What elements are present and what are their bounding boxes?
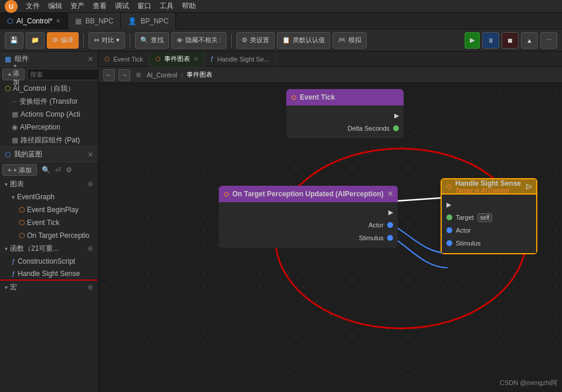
toolbar: 💾 📁 ⚙编译 ⇔对比 ▾ 🔍查找 👁隐藏不相关 : ⚙类设置 📋类默认认值 🎮… bbox=[0, 29, 562, 52]
menu-tools[interactable]: 工具 bbox=[156, 0, 177, 12]
class-defaults-button[interactable]: 📋类默认认值 bbox=[277, 32, 330, 49]
app-logo: U bbox=[5, 0, 18, 13]
find-button[interactable]: 🔍查找 bbox=[135, 32, 169, 49]
close-icon[interactable]: ✕ bbox=[56, 18, 60, 24]
stop-button[interactable]: ⏹ bbox=[502, 32, 519, 49]
left-panel: ▦ 组件 ✕ + + 添加 🔍 ⬡ AI_Control（自我） ↔ 变换组件 … bbox=[0, 52, 99, 392]
settings-icon[interactable]: ⚙ bbox=[66, 166, 72, 174]
component-path[interactable]: ▦ 路径跟踪组件 (Pat) bbox=[0, 134, 98, 146]
add-function-icon[interactable]: ⊕ bbox=[87, 244, 93, 253]
components-toolbar: + + 添加 🔍 bbox=[0, 67, 98, 82]
close-node-icon[interactable]: ✕ bbox=[387, 190, 393, 198]
tab-event-graph[interactable]: ⬡ 事件图表 ✕ bbox=[150, 52, 205, 67]
close-icon[interactable]: ✕ bbox=[87, 55, 93, 63]
component-transform[interactable]: ↔ 变换组件 (Transfor bbox=[0, 95, 98, 108]
target-label: Target bbox=[456, 214, 474, 221]
menu-help[interactable]: 帮助 bbox=[178, 0, 199, 12]
save-button[interactable]: 💾 bbox=[5, 32, 23, 49]
exec-out-row: ▶ bbox=[286, 109, 404, 122]
sight-body: ▶ Target self Actor Stimulus bbox=[441, 195, 537, 254]
tab-bb-npc[interactable]: ▦ BB_NPC bbox=[68, 13, 121, 29]
menu-assets[interactable]: 资产 bbox=[67, 0, 88, 12]
event-beginplay-item[interactable]: ⬡ Event BeginPlay bbox=[0, 203, 98, 216]
perception-node[interactable]: ◇ On Target Perception Updated (AIPercep… bbox=[219, 186, 398, 248]
simulate-button[interactable]: 🎮模拟 bbox=[333, 32, 367, 49]
exec-out-row: ▶ bbox=[219, 206, 398, 219]
component-actions[interactable]: ▦ Actions Comp (Acti bbox=[0, 108, 98, 121]
event-tick-node[interactable]: ◇ Event Tick ▶ Delta Seconds bbox=[286, 89, 404, 138]
sight-title-block: Handle Sight Sense Target is AI Control bbox=[455, 179, 521, 194]
function-diamond-icon: ◇ bbox=[446, 182, 452, 190]
on-target-perception-item[interactable]: ⬡ On Target Perceptio bbox=[0, 229, 98, 242]
tab-bp-npc[interactable]: 👤 BP_NPC bbox=[121, 13, 176, 29]
plus-icon: + bbox=[8, 71, 11, 78]
exec-in-row: ▶ bbox=[442, 198, 536, 211]
delta-seconds-label: Delta Seconds bbox=[347, 125, 390, 132]
menu-window[interactable]: 窗口 bbox=[134, 0, 155, 12]
blueprint-header: ⬡ 我的蓝图 ✕ bbox=[0, 147, 98, 162]
menu-debug[interactable]: 调试 bbox=[111, 0, 133, 12]
stimulus-row: Stimulus bbox=[442, 237, 536, 250]
breadcrumb-root[interactable]: AI_Control bbox=[147, 71, 177, 79]
tab-label: AI_Control* bbox=[16, 17, 52, 25]
functions-section-header[interactable]: ▾ 函数（21可重... ⊕ bbox=[0, 242, 98, 255]
function-icon: ƒ bbox=[211, 56, 214, 62]
event-tick-header: ◇ Event Tick bbox=[286, 89, 404, 105]
perception-title: On Target Perception Updated (AIPercepti… bbox=[232, 190, 384, 198]
handle-sight-node[interactable]: ◇ Handle Sight Sense Target is AI Contro… bbox=[441, 178, 537, 254]
hide-button[interactable]: 👁隐藏不相关 : bbox=[171, 32, 226, 49]
function-icon: ƒ bbox=[12, 270, 15, 277]
options-button[interactable]: ⋯ bbox=[540, 32, 557, 49]
tab-label: BP_NPC bbox=[140, 17, 168, 25]
exec-out-pin: ▶ bbox=[388, 209, 393, 216]
component-aiperception[interactable]: ◉ AIPerception bbox=[0, 121, 98, 134]
filter-icon[interactable]: ⏎ bbox=[55, 166, 61, 174]
main-layout: ▦ 组件 ✕ + + 添加 🔍 ⬡ AI_Control（自我） ↔ 变换组件 … bbox=[0, 52, 562, 392]
event-tick-title: Event Tick bbox=[300, 93, 335, 101]
tab-event-tick[interactable]: ⬡ Event Tick bbox=[99, 52, 150, 67]
close-icon[interactable]: ✕ bbox=[194, 56, 198, 62]
stimulus-label: Stimulus bbox=[456, 240, 480, 247]
collapse-arrow-icon: ▾ bbox=[5, 246, 8, 252]
menu-edit[interactable]: 编辑 bbox=[45, 0, 66, 12]
perception-body: ▶ Actor Stimulus bbox=[219, 202, 398, 248]
target-in-pin bbox=[446, 214, 452, 220]
browse-button[interactable]: 📁 bbox=[26, 32, 45, 49]
event-tick-item[interactable]: ⬡ Event Tick bbox=[0, 216, 98, 229]
nav-forward-button[interactable]: → bbox=[119, 69, 130, 81]
stimulus-in-pin bbox=[446, 240, 452, 246]
nav-back-button[interactable]: ← bbox=[103, 69, 115, 81]
component-ai-control[interactable]: ⬡ AI_Control（自我） bbox=[0, 82, 98, 95]
menu-file[interactable]: 文件 bbox=[22, 0, 43, 12]
grid-icon: ⊞ bbox=[136, 71, 141, 78]
graphs-section-header[interactable]: ▾ 图表 ⊕ bbox=[0, 178, 98, 190]
event-diamond-icon: ◇ bbox=[291, 93, 296, 101]
add-blueprint-button[interactable]: + + 添加 bbox=[2, 164, 37, 176]
pause-button[interactable]: ⏸ bbox=[482, 32, 499, 49]
tab-label: BB_NPC bbox=[85, 17, 113, 25]
macros-section-header[interactable]: ▾ 宏 ⊕ bbox=[0, 281, 98, 294]
construction-script-item[interactable]: ƒ ConstructionScript bbox=[0, 255, 98, 268]
add-section-icon[interactable]: ⊕ bbox=[87, 180, 93, 188]
compile-button[interactable]: ⚙编译 bbox=[47, 32, 79, 49]
canvas[interactable]: ◇ Event Tick ▶ Delta Seconds ◇ bbox=[99, 83, 562, 392]
close-icon[interactable]: ✕ bbox=[87, 151, 93, 159]
handle-sight-sense-item[interactable]: ƒ Handle Sight Sense bbox=[0, 268, 98, 281]
actor-row: Actor bbox=[442, 224, 536, 237]
add-component-button[interactable]: + + 添加 bbox=[2, 69, 25, 80]
class-settings-button[interactable]: ⚙类设置 bbox=[236, 32, 275, 49]
search-icon[interactable]: 🔍 bbox=[42, 166, 50, 174]
tab-ai-control[interactable]: ⬡ AI_Control* ✕ bbox=[0, 13, 68, 29]
play-button[interactable]: ▶ bbox=[465, 32, 480, 49]
actor-out-label: Actor bbox=[368, 221, 384, 229]
menu-view[interactable]: 查看 bbox=[89, 0, 110, 12]
sight-title: Handle Sight Sense bbox=[455, 179, 521, 188]
diff-button[interactable]: ⇔对比 ▾ bbox=[89, 32, 125, 49]
tab-handle-sight[interactable]: ƒ Handle Sight Se... bbox=[205, 52, 276, 67]
eject-button[interactable]: ▲ bbox=[521, 32, 538, 49]
event-icon: ⬡ bbox=[19, 219, 25, 227]
blueprint-toolbar: + + 添加 🔍 ⏎ ⚙ bbox=[0, 162, 98, 178]
event-graph-item[interactable]: ▾ EventGraph bbox=[0, 190, 98, 203]
collapse-arrow-icon: ▾ bbox=[5, 181, 8, 188]
add-macro-icon[interactable]: ⊕ bbox=[87, 283, 93, 291]
